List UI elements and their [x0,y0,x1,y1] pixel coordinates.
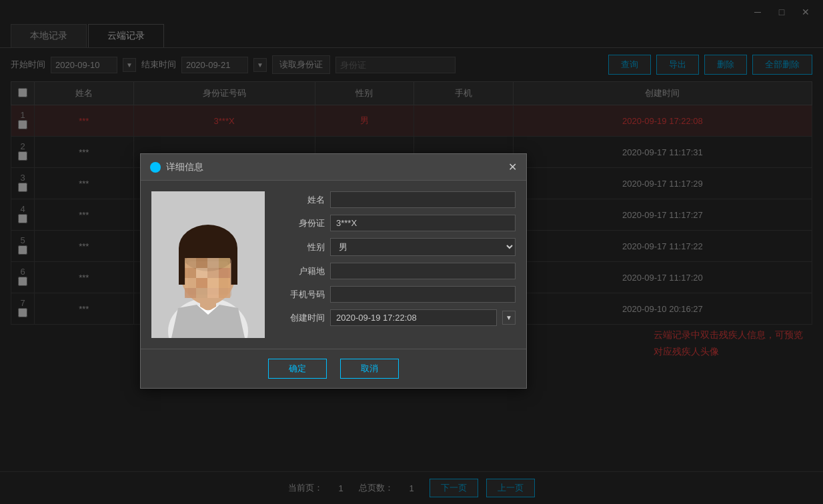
modal-fields: 姓名 身份证 性别 男 女 户籍地 [278,191,516,338]
svg-rect-17 [185,278,196,288]
detail-modal: 详细信息 ✕ [140,153,527,389]
person-icon [150,162,161,173]
gender-select[interactable]: 男 女 [330,238,516,256]
svg-rect-19 [207,278,219,288]
svg-rect-9 [185,258,196,268]
modal-header: 详细信息 ✕ [141,154,526,181]
hometown-label: 户籍地 [278,265,325,277]
svg-rect-12 [219,258,230,268]
svg-rect-14 [196,268,207,278]
modal-overlay: 详细信息 ✕ [0,0,823,504]
svg-rect-24 [219,288,230,298]
cancel-button[interactable]: 取消 [340,359,399,379]
name-input[interactable] [330,191,516,208]
name-field-row: 姓名 [278,191,516,208]
modal-footer: 确定 取消 [141,349,526,388]
modal-title: 详细信息 [150,161,203,173]
time-label: 创建时间 [278,312,325,324]
time-picker-button[interactable]: ▼ [502,311,516,325]
time-field-row: 创建时间 ▼ [278,309,516,326]
phone-field-row: 手机号码 [278,286,516,303]
id-field-row: 身份证 [278,215,516,231]
hometown-input[interactable] [330,263,516,279]
svg-rect-11 [207,258,219,268]
svg-rect-5 [179,248,185,285]
svg-rect-18 [196,278,207,288]
id-input[interactable] [330,215,516,231]
svg-rect-23 [207,288,219,298]
modal-close-button[interactable]: ✕ [508,161,517,173]
time-input[interactable] [330,309,497,326]
svg-rect-10 [196,258,207,268]
phone-input[interactable] [330,286,516,303]
svg-rect-15 [207,268,219,278]
person-photo [151,191,265,338]
gender-label: 性别 [278,241,325,253]
confirm-button[interactable]: 确定 [268,359,327,379]
phone-label: 手机号码 [278,289,325,301]
svg-rect-13 [185,268,196,278]
id-label: 身份证 [278,217,325,229]
hometown-field-row: 户籍地 [278,263,516,279]
svg-rect-21 [185,288,196,298]
modal-body: 姓名 身份证 性别 男 女 户籍地 [141,181,526,349]
svg-rect-20 [219,278,230,288]
svg-rect-6 [231,248,237,285]
svg-rect-22 [196,288,207,298]
name-label: 姓名 [278,194,325,206]
svg-rect-16 [219,268,230,278]
gender-field-row: 性别 男 女 [278,238,516,256]
